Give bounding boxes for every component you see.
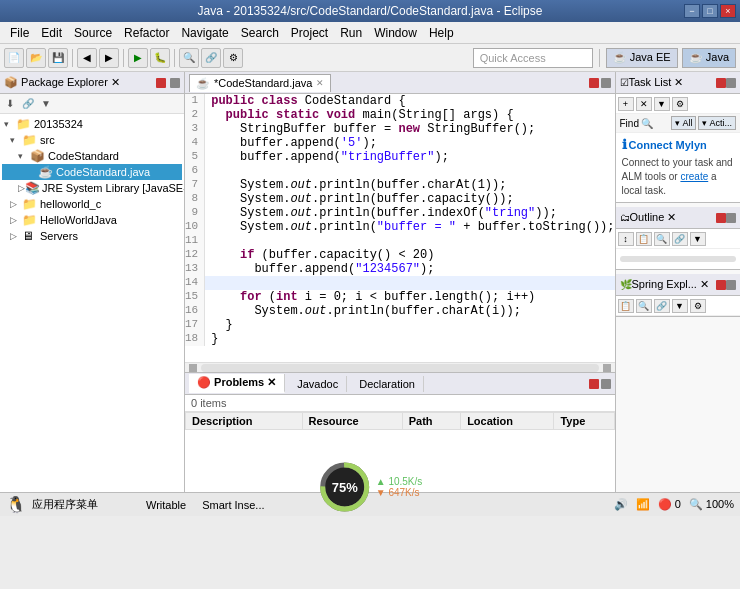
network-icon[interactable]: 📶 bbox=[636, 498, 650, 511]
tab-javadoc[interactable]: Javadoc bbox=[289, 376, 347, 392]
toolbar-open-btn[interactable]: 📂 bbox=[26, 48, 46, 68]
tree-item-helloworld-c[interactable]: ▷ 📁 helloworld_c bbox=[2, 196, 182, 212]
quick-access-box[interactable]: Quick Access bbox=[473, 48, 593, 68]
insert-mode-status: Smart Inse... bbox=[202, 499, 264, 511]
tree-item-codestandard-pkg[interactable]: ▾ 📦 CodeStandard bbox=[2, 148, 182, 164]
error-count: 🔴 0 bbox=[658, 498, 681, 511]
sound-icon[interactable]: 🔊 bbox=[614, 498, 628, 511]
menu-search[interactable]: Search bbox=[235, 24, 285, 42]
close-btn[interactable]: × bbox=[720, 4, 736, 18]
menu-file[interactable]: File bbox=[4, 24, 35, 42]
menu-run[interactable]: Run bbox=[334, 24, 368, 42]
menu-navigate[interactable]: Navigate bbox=[175, 24, 234, 42]
task-list-title: Task List ✕ bbox=[629, 76, 717, 89]
minimize-btn[interactable]: − bbox=[684, 4, 700, 18]
maximize-btn[interactable]: □ bbox=[702, 4, 718, 18]
editor-min-gray[interactable] bbox=[601, 78, 611, 88]
menu-window[interactable]: Window bbox=[368, 24, 423, 42]
tl-min-gray[interactable] bbox=[726, 78, 736, 88]
spring-btn2[interactable]: 🔍 bbox=[636, 299, 652, 313]
filter-all-btn[interactable]: ▾ All bbox=[671, 116, 696, 130]
status-bar-left: 🐧 应用程序菜单 bbox=[6, 495, 98, 514]
java-perspective-btn[interactable]: ☕ Java bbox=[682, 48, 736, 68]
col-path: Path bbox=[402, 413, 460, 430]
toolbar-fwd-btn[interactable]: ▶ bbox=[99, 48, 119, 68]
menu-project[interactable]: Project bbox=[285, 24, 334, 42]
menu-help[interactable]: Help bbox=[423, 24, 460, 42]
toolbar-refs-btn[interactable]: 🔗 bbox=[201, 48, 221, 68]
outline-btn1[interactable]: ↕ bbox=[618, 232, 634, 246]
toolbar-debug-btn[interactable]: 🐛 bbox=[150, 48, 170, 68]
toolbar-search-btn[interactable]: 🔍 bbox=[179, 48, 199, 68]
toolbar-build-btn[interactable]: ⚙ bbox=[223, 48, 243, 68]
outline-close-red[interactable] bbox=[716, 213, 726, 223]
tree-item-codestandard-java[interactable]: ☕ CodeStandard.java bbox=[2, 164, 182, 180]
tl-filter-btn[interactable]: ▼ bbox=[654, 97, 670, 111]
toolbar: 📄 📂 💾 ◀ ▶ ▶ 🐛 🔍 🔗 ⚙ Quick Access ☕ Java … bbox=[0, 44, 740, 72]
toolbar-sep-1 bbox=[72, 49, 73, 67]
tl-close-red[interactable] bbox=[716, 78, 726, 88]
col-location: Location bbox=[461, 413, 554, 430]
spring-btn3[interactable]: 🔗 bbox=[654, 299, 670, 313]
menu-refactor[interactable]: Refactor bbox=[118, 24, 175, 42]
panel-close-red[interactable] bbox=[156, 78, 166, 88]
spring-close-red[interactable] bbox=[716, 280, 726, 290]
editor-hscrollbar[interactable] bbox=[185, 362, 615, 372]
tl-delete-btn[interactable]: ✕ bbox=[636, 97, 652, 111]
pkg-view-menu-btn[interactable]: ▼ bbox=[38, 96, 54, 112]
code-line-16: 16 System.out.println(buffer.charAt(i)); bbox=[185, 304, 615, 318]
menu-source[interactable]: Source bbox=[68, 24, 118, 42]
app-menu-label: 应用程序菜单 bbox=[32, 497, 98, 512]
mylyn-title: ℹ Connect Mylyn bbox=[622, 137, 735, 152]
toolbar-save-btn[interactable]: 💾 bbox=[48, 48, 68, 68]
link-editor-btn[interactable]: 🔗 bbox=[20, 96, 36, 112]
spring-btn1[interactable]: 📋 bbox=[618, 299, 634, 313]
tree-item-jre[interactable]: ▷ 📚 JRE System Library [JavaSE-1.7] bbox=[2, 180, 182, 196]
problems-count: 0 items bbox=[185, 395, 615, 412]
outline-min-gray[interactable] bbox=[726, 213, 736, 223]
outline-btn5[interactable]: ▼ bbox=[690, 232, 706, 246]
problems-min-gray[interactable] bbox=[601, 379, 611, 389]
tree-item-servers[interactable]: ▷ 🖥 Servers bbox=[2, 228, 182, 244]
task-list-section: ☑ Task List ✕ + ✕ ▼ ⚙ Find 🔍 ▾ All ▾ Act… bbox=[616, 72, 741, 203]
tree-item-root[interactable]: ▾ 📁 20135324 bbox=[2, 116, 182, 132]
panel-min-gray[interactable] bbox=[170, 78, 180, 88]
tree-item-helloworldjava[interactable]: ▷ 📁 HelloWorldJava bbox=[2, 212, 182, 228]
code-line-3: 3 StringBuffer buffer = new StringBuffer… bbox=[185, 122, 615, 136]
outline-btn4[interactable]: 🔗 bbox=[672, 232, 688, 246]
right-panel: ☑ Task List ✕ + ✕ ▼ ⚙ Find 🔍 ▾ All ▾ Act… bbox=[616, 72, 741, 492]
code-line-5: 5 buffer.append("tringBuffer"); bbox=[185, 150, 615, 164]
task-find-row: Find 🔍 ▾ All ▾ Acti... bbox=[616, 114, 741, 133]
package-explorer-toolbar: ⬇ 🔗 ▼ bbox=[0, 94, 184, 114]
spring-toolbar: 📋 🔍 🔗 ▼ ⚙ bbox=[616, 296, 741, 316]
editor-tab-codestandard[interactable]: ☕ *CodeStandard.java ✕ bbox=[189, 74, 331, 92]
menu-edit[interactable]: Edit bbox=[35, 24, 68, 42]
outline-btn2[interactable]: 📋 bbox=[636, 232, 652, 246]
code-line-11: 11 bbox=[185, 234, 615, 248]
mylyn-create-link[interactable]: create bbox=[680, 171, 708, 182]
tl-settings-btn[interactable]: ⚙ bbox=[672, 97, 688, 111]
collapse-all-btn[interactable]: ⬇ bbox=[2, 96, 18, 112]
app-menu-icon[interactable]: 🐧 bbox=[6, 495, 26, 514]
editor-tab-label: *CodeStandard.java bbox=[214, 77, 312, 89]
problems-close-red[interactable] bbox=[589, 379, 599, 389]
java-ee-perspective-btn[interactable]: ☕ Java EE bbox=[606, 48, 678, 68]
toolbar-new-btn[interactable]: 📄 bbox=[4, 48, 24, 68]
progress-widget: 75% ▲ 10.5K/s ▼ 647K/s bbox=[318, 460, 423, 514]
tab-declaration[interactable]: Declaration bbox=[351, 376, 424, 392]
outline-btn3[interactable]: 🔍 bbox=[654, 232, 670, 246]
editor-close-red[interactable] bbox=[589, 78, 599, 88]
outline-title: Outline ✕ bbox=[630, 211, 717, 224]
tl-new-btn[interactable]: + bbox=[618, 97, 634, 111]
spring-btn4[interactable]: ▼ bbox=[672, 299, 688, 313]
tab-problems[interactable]: 🔴 Problems ✕ bbox=[189, 374, 285, 393]
filter-acti-btn[interactable]: ▾ Acti... bbox=[698, 116, 736, 130]
code-area[interactable]: 1 public class CodeStandard { 2 public s… bbox=[185, 94, 615, 362]
tree-item-src[interactable]: ▾ 📁 src bbox=[2, 132, 182, 148]
spring-min-gray[interactable] bbox=[726, 280, 736, 290]
spring-btn5[interactable]: ⚙ bbox=[690, 299, 706, 313]
toolbar-back-btn[interactable]: ◀ bbox=[77, 48, 97, 68]
code-line-8: 8 System.out.println(buffer.capacity()); bbox=[185, 192, 615, 206]
code-line-15: 15 for (int i = 0; i < buffer.length(); … bbox=[185, 290, 615, 304]
toolbar-run-btn[interactable]: ▶ bbox=[128, 48, 148, 68]
